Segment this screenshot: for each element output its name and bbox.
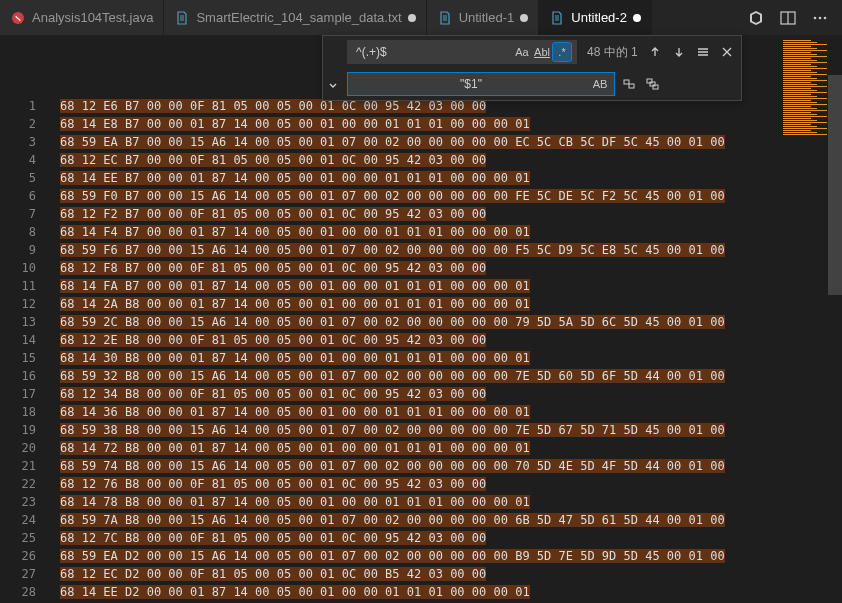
code-line[interactable]: 68 12 F2 B7 00 00 0F 81 05 00 05 00 01 0… [60, 205, 842, 223]
toggle-replace-icon[interactable] [323, 36, 343, 100]
code-line[interactable]: 68 14 30 B8 00 00 01 87 14 00 05 00 01 0… [60, 349, 842, 367]
minimap-line [783, 102, 817, 103]
minimap-line [783, 110, 827, 111]
code-line[interactable]: 68 59 F6 B7 00 00 15 A6 14 00 05 00 01 0… [60, 241, 842, 259]
find-in-selection-icon[interactable] [693, 42, 713, 62]
minimap-line [783, 68, 827, 69]
tab-analysis104test-java[interactable]: Analysis104Test.java [0, 0, 164, 35]
code-line[interactable]: 68 12 F8 B7 00 00 0F 81 05 00 05 00 01 0… [60, 259, 842, 277]
more-actions-icon[interactable] [810, 8, 830, 28]
tab-untitled-1[interactable]: Untitled-1 [427, 0, 540, 35]
code-line[interactable]: 68 14 36 B8 00 00 01 87 14 00 05 00 01 0… [60, 403, 842, 421]
find-input-wrap: Aa Abl .* [347, 40, 577, 64]
editor-area: Aa Abl .* 48 中的 1 [0, 35, 842, 603]
next-match-icon[interactable] [669, 42, 689, 62]
code-line[interactable]: 68 12 76 B8 00 00 0F 81 05 00 05 00 01 0… [60, 475, 842, 493]
prev-match-icon[interactable] [645, 42, 665, 62]
minimap-line [783, 62, 827, 63]
replace-one-icon[interactable] [619, 74, 639, 94]
code-line[interactable]: 68 59 EA D2 00 00 15 A6 14 00 05 00 01 0… [60, 547, 842, 565]
line-number: 19 [0, 421, 60, 439]
minimap-line [783, 50, 827, 51]
minimap-line [783, 52, 811, 53]
minimap-line [783, 128, 827, 129]
minimap-line [783, 48, 817, 49]
tab-untitled-2[interactable]: Untitled-2 [539, 0, 652, 35]
code-line[interactable]: 68 14 F4 B7 00 00 01 87 14 00 05 00 01 0… [60, 223, 842, 241]
line-number: 22 [0, 475, 60, 493]
code-line[interactable]: 68 59 2C B8 00 00 15 A6 14 00 05 00 01 0… [60, 313, 842, 331]
match-highlight: 68 59 F6 B7 00 00 15 A6 14 00 05 00 01 0… [60, 243, 725, 257]
preserve-case-toggle[interactable]: AB [590, 74, 610, 94]
match-highlight: 68 14 72 B8 00 00 01 87 14 00 05 00 01 0… [60, 441, 530, 455]
tab-smartelectric-104-sample-data-txt[interactable]: SmartElectric_104_sample_data.txt [164, 0, 426, 35]
match-highlight: 68 59 EA B7 00 00 15 A6 14 00 05 00 01 0… [60, 135, 725, 149]
line-number: 21 [0, 457, 60, 475]
split-editor-icon[interactable] [778, 8, 798, 28]
match-highlight: 68 14 EE B7 00 00 01 87 14 00 05 00 01 0… [60, 171, 530, 185]
match-highlight: 68 14 F4 B7 00 00 01 87 14 00 05 00 01 0… [60, 225, 530, 239]
line-number: 3 [0, 133, 60, 151]
code-line[interactable]: 68 12 EC B7 00 00 0F 81 05 00 05 00 01 0… [60, 151, 842, 169]
match-case-toggle[interactable]: Aa [512, 42, 532, 62]
minimap[interactable] [783, 35, 828, 603]
code-line[interactable]: 68 59 F0 B7 00 00 15 A6 14 00 05 00 01 0… [60, 187, 842, 205]
minimap-line [783, 86, 827, 87]
match-highlight: 68 59 EA D2 00 00 15 A6 14 00 05 00 01 0… [60, 549, 725, 563]
minimap-line [783, 122, 827, 123]
line-number: 5 [0, 169, 60, 187]
scrollbar-thumb[interactable] [828, 75, 842, 295]
regex-toggle[interactable]: .* [552, 42, 572, 62]
match-highlight: 68 14 30 B8 00 00 01 87 14 00 05 00 01 0… [60, 351, 530, 365]
replace-input[interactable] [352, 77, 590, 91]
line-number: 27 [0, 565, 60, 583]
minimap-line [783, 126, 817, 127]
minimap-line [783, 114, 817, 115]
line-number: 9 [0, 241, 60, 259]
code-line[interactable]: 68 59 7A B8 00 00 15 A6 14 00 05 00 01 0… [60, 511, 842, 529]
compare-icon[interactable] [746, 8, 766, 28]
code-line[interactable]: 68 14 72 B8 00 00 01 87 14 00 05 00 01 0… [60, 439, 842, 457]
match-highlight: 68 59 74 B8 00 00 15 A6 14 00 05 00 01 0… [60, 459, 725, 473]
code-line[interactable]: 68 14 EE B7 00 00 01 87 14 00 05 00 01 0… [60, 169, 842, 187]
code-line[interactable]: 68 12 7C B8 00 00 0F 81 05 00 05 00 01 0… [60, 529, 842, 547]
code-line[interactable]: 68 12 2E B8 00 00 0F 81 05 00 05 00 01 0… [60, 331, 842, 349]
code-line[interactable]: 68 59 32 B8 00 00 15 A6 14 00 05 00 01 0… [60, 367, 842, 385]
code-line[interactable]: 68 12 34 B8 00 00 0F 81 05 00 05 00 01 0… [60, 385, 842, 403]
match-highlight: 68 12 7C B8 00 00 0F 81 05 00 05 00 01 0… [60, 531, 486, 545]
minimap-line [783, 64, 811, 65]
minimap-line [783, 100, 811, 101]
code-line[interactable]: 68 14 78 B8 00 00 01 87 14 00 05 00 01 0… [60, 493, 842, 511]
line-number: 1 [0, 97, 60, 115]
match-highlight: 68 59 7A B8 00 00 15 A6 14 00 05 00 01 0… [60, 513, 725, 527]
minimap-line [783, 92, 827, 93]
code-line[interactable]: 68 14 E8 B7 00 00 01 87 14 00 05 00 01 0… [60, 115, 842, 133]
minimap-line [783, 124, 811, 125]
editor-content[interactable]: 68 12 E6 B7 00 00 0F 81 05 00 05 00 01 0… [60, 35, 842, 603]
code-line[interactable]: 68 12 EC D2 00 00 0F 81 05 00 05 00 01 0… [60, 565, 842, 583]
minimap-line [783, 112, 811, 113]
editor-actions [734, 0, 842, 35]
svg-rect-6 [624, 80, 629, 84]
code-line[interactable]: 68 14 FA B7 00 00 01 87 14 00 05 00 01 0… [60, 277, 842, 295]
code-line[interactable]: 68 59 EA B7 00 00 15 A6 14 00 05 00 01 0… [60, 133, 842, 151]
minimap-line [783, 82, 811, 83]
minimap-line [783, 108, 817, 109]
tab-label: Analysis104Test.java [32, 10, 153, 25]
code-line[interactable]: 68 14 2A B8 00 00 01 87 14 00 05 00 01 0… [60, 295, 842, 313]
vertical-scrollbar[interactable] [828, 35, 842, 603]
code-line[interactable]: 68 59 74 B8 00 00 15 A6 14 00 05 00 01 0… [60, 457, 842, 475]
match-highlight: 68 14 EE D2 00 00 01 87 14 00 05 00 01 0… [60, 585, 530, 599]
line-number: 25 [0, 529, 60, 547]
code-line[interactable]: 68 14 EE D2 00 00 01 87 14 00 05 00 01 0… [60, 583, 842, 601]
code-line[interactable]: 68 59 38 B8 00 00 15 A6 14 00 05 00 01 0… [60, 421, 842, 439]
replace-all-icon[interactable] [643, 74, 663, 94]
svg-point-4 [819, 16, 822, 19]
minimap-line [783, 56, 827, 57]
whole-word-toggle[interactable]: Abl [532, 42, 552, 62]
close-find-icon[interactable] [717, 42, 737, 62]
find-input[interactable] [352, 45, 512, 59]
line-number: 15 [0, 349, 60, 367]
minimap-line [783, 42, 817, 43]
match-highlight: 68 12 EC D2 00 00 0F 81 05 00 05 00 01 0… [60, 567, 486, 581]
